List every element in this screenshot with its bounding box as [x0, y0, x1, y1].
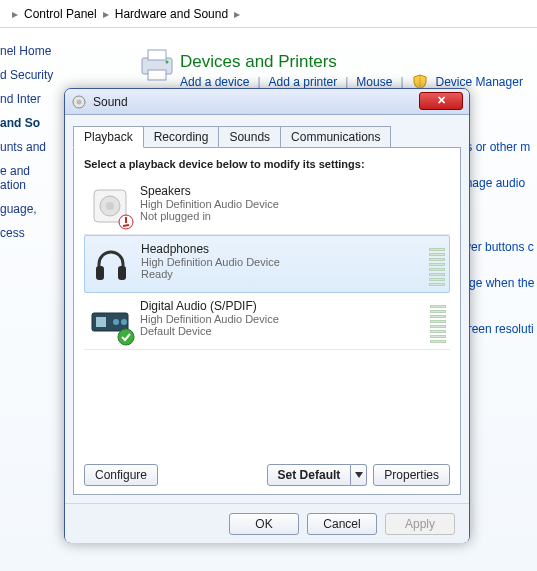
device-desc: High Definition Audio Device — [140, 313, 424, 325]
chevron-right-icon: ▸ — [103, 7, 109, 21]
dialog-title: Sound — [93, 95, 128, 109]
device-item-headphones[interactable]: Headphones High Definition Audio Device … — [84, 235, 450, 293]
device-desc: High Definition Audio Device — [141, 256, 423, 268]
device-name: Digital Audio (S/PDIF) — [140, 299, 424, 313]
svg-point-15 — [121, 319, 127, 325]
svg-point-16 — [118, 329, 134, 345]
titlebar[interactable]: Sound ✕ — [65, 89, 469, 115]
tab-communications[interactable]: Communications — [280, 126, 391, 148]
breadcrumb-item-hardware-sound[interactable]: Hardware and Sound — [115, 7, 228, 21]
tab-sounds[interactable]: Sounds — [218, 126, 281, 148]
device-desc: High Definition Audio Device — [140, 198, 446, 210]
link-mouse[interactable]: Mouse — [356, 75, 392, 89]
nav-home[interactable]: nel Home — [0, 44, 55, 58]
breadcrumb[interactable]: ▸ Control Panel ▸ Hardware and Sound ▸ — [0, 0, 537, 28]
set-default-button[interactable]: Set Default — [267, 464, 352, 486]
svg-point-14 — [113, 319, 119, 325]
device-status: Ready — [141, 268, 423, 280]
page-title: Devices and Printers — [180, 52, 537, 72]
level-meter — [430, 299, 446, 343]
chevron-right-icon: ▸ — [12, 7, 18, 21]
set-default-split: Set Default — [267, 464, 368, 486]
default-check-icon — [117, 328, 135, 346]
set-default-dropdown[interactable] — [351, 464, 367, 486]
chevron-down-icon — [355, 472, 363, 478]
svg-rect-10 — [96, 266, 104, 280]
link-device-manager[interactable]: Device Manager — [436, 75, 523, 89]
nav-item[interactable]: e and ation — [0, 164, 55, 192]
separator: | — [257, 75, 260, 89]
nav-item[interactable]: d Security — [0, 68, 55, 82]
sound-icon — [71, 94, 87, 110]
svg-rect-13 — [96, 317, 106, 327]
level-meter — [429, 242, 445, 286]
nav-item[interactable]: guage, — [0, 202, 55, 216]
separator: | — [345, 75, 348, 89]
device-name: Speakers — [140, 184, 446, 198]
apply-button[interactable]: Apply — [385, 513, 455, 535]
nav-item-active[interactable]: and So — [0, 116, 55, 130]
left-nav: nel Home d Security nd Inter and So unts… — [0, 34, 55, 334]
main-header: Devices and Printers Add a device | Add … — [130, 40, 537, 90]
configure-button[interactable]: Configure — [84, 464, 158, 486]
device-item-spdif[interactable]: Digital Audio (S/PDIF) High Definition A… — [84, 293, 450, 350]
svg-rect-11 — [118, 266, 126, 280]
device-status: Not plugged in — [140, 210, 446, 222]
cancel-button[interactable]: Cancel — [307, 513, 377, 535]
breadcrumb-item-control-panel[interactable]: Control Panel — [24, 7, 97, 21]
nav-item[interactable]: unts and — [0, 140, 55, 154]
tab-recording[interactable]: Recording — [143, 126, 220, 148]
nav-item[interactable]: cess — [0, 226, 55, 240]
sound-dialog: Sound ✕ Playback Recording Sounds Commun… — [64, 88, 470, 543]
close-button[interactable]: ✕ — [419, 92, 463, 110]
tab-playback[interactable]: Playback — [73, 126, 144, 148]
headphones-icon — [89, 242, 133, 286]
device-item-speakers[interactable]: Speakers High Definition Audio Device No… — [84, 178, 450, 235]
unplugged-badge-icon — [118, 214, 134, 230]
nav-item[interactable]: nd Inter — [0, 92, 55, 106]
separator: | — [400, 75, 403, 89]
link-add-printer[interactable]: Add a printer — [269, 75, 338, 89]
instruction-text: Select a playback device below to modify… — [84, 158, 450, 170]
chevron-right-icon: ▸ — [234, 7, 240, 21]
tabstrip: Playback Recording Sounds Communications — [73, 125, 461, 147]
spdif-icon — [88, 299, 132, 343]
svg-point-5 — [77, 99, 82, 104]
speakers-icon — [88, 184, 132, 228]
link-add-device[interactable]: Add a device — [180, 75, 249, 89]
properties-button[interactable]: Properties — [373, 464, 450, 486]
dialog-buttons: OK Cancel Apply — [65, 503, 469, 543]
device-status: Default Device — [140, 325, 424, 337]
device-list: Speakers High Definition Audio Device No… — [84, 178, 450, 350]
ok-button[interactable]: OK — [229, 513, 299, 535]
device-name: Headphones — [141, 242, 423, 256]
tab-body: Select a playback device below to modify… — [73, 147, 461, 495]
svg-point-8 — [106, 202, 114, 210]
